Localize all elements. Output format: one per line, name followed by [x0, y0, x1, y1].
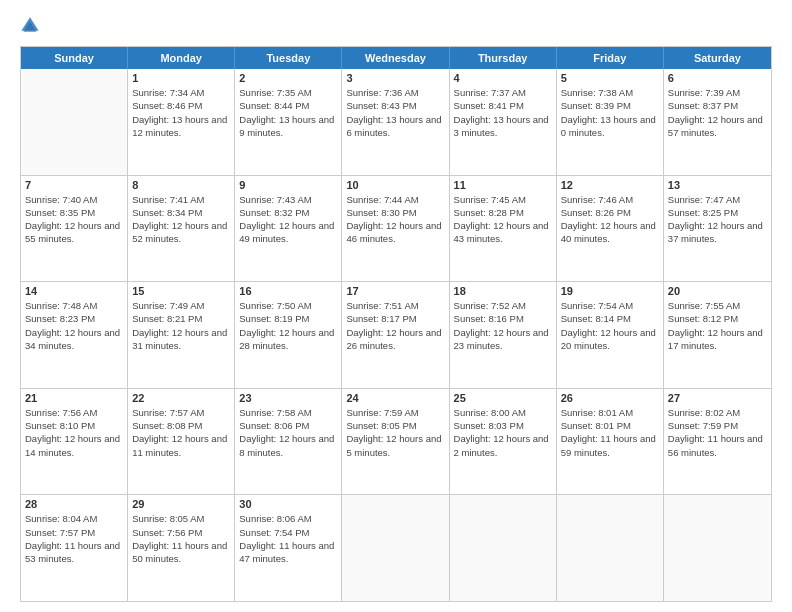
daylight-text: Daylight: 13 hours and 3 minutes.: [454, 114, 549, 138]
sunset-text: Sunset: 8:03 PM: [454, 420, 524, 431]
day-cell-22: 22Sunrise: 7:57 AMSunset: 8:08 PMDayligh…: [128, 389, 235, 495]
sunrise-text: Sunrise: 7:51 AM: [346, 300, 418, 311]
sunrise-text: Sunrise: 7:54 AM: [561, 300, 633, 311]
sunrise-text: Sunrise: 7:58 AM: [239, 407, 311, 418]
header-day-tuesday: Tuesday: [235, 47, 342, 69]
day-info: Sunrise: 7:45 AMSunset: 8:28 PMDaylight:…: [454, 193, 552, 246]
sunrise-text: Sunrise: 7:52 AM: [454, 300, 526, 311]
day-info: Sunrise: 7:52 AMSunset: 8:16 PMDaylight:…: [454, 299, 552, 352]
sunset-text: Sunset: 8:41 PM: [454, 100, 524, 111]
sunrise-text: Sunrise: 7:35 AM: [239, 87, 311, 98]
day-cell-16: 16Sunrise: 7:50 AMSunset: 8:19 PMDayligh…: [235, 282, 342, 388]
sunrise-text: Sunrise: 8:01 AM: [561, 407, 633, 418]
day-info: Sunrise: 7:34 AMSunset: 8:46 PMDaylight:…: [132, 86, 230, 139]
sunset-text: Sunset: 8:23 PM: [25, 313, 95, 324]
day-cell-5: 5Sunrise: 7:38 AMSunset: 8:39 PMDaylight…: [557, 69, 664, 175]
calendar-row-0: 1Sunrise: 7:34 AMSunset: 8:46 PMDaylight…: [21, 69, 771, 175]
day-number: 20: [668, 285, 767, 297]
daylight-text: Daylight: 12 hours and 28 minutes.: [239, 327, 334, 351]
header-day-wednesday: Wednesday: [342, 47, 449, 69]
day-number: 11: [454, 179, 552, 191]
day-cell-empty: [664, 495, 771, 601]
day-info: Sunrise: 8:02 AMSunset: 7:59 PMDaylight:…: [668, 406, 767, 459]
daylight-text: Daylight: 12 hours and 2 minutes.: [454, 433, 549, 457]
sunrise-text: Sunrise: 7:55 AM: [668, 300, 740, 311]
header-day-monday: Monday: [128, 47, 235, 69]
daylight-text: Daylight: 11 hours and 59 minutes.: [561, 433, 656, 457]
day-info: Sunrise: 7:39 AMSunset: 8:37 PMDaylight:…: [668, 86, 767, 139]
day-info: Sunrise: 7:40 AMSunset: 8:35 PMDaylight:…: [25, 193, 123, 246]
day-number: 22: [132, 392, 230, 404]
sunset-text: Sunset: 8:30 PM: [346, 207, 416, 218]
sunrise-text: Sunrise: 8:04 AM: [25, 513, 97, 524]
day-cell-14: 14Sunrise: 7:48 AMSunset: 8:23 PMDayligh…: [21, 282, 128, 388]
day-cell-6: 6Sunrise: 7:39 AMSunset: 8:37 PMDaylight…: [664, 69, 771, 175]
sunset-text: Sunset: 8:01 PM: [561, 420, 631, 431]
day-info: Sunrise: 7:37 AMSunset: 8:41 PMDaylight:…: [454, 86, 552, 139]
daylight-text: Daylight: 12 hours and 11 minutes.: [132, 433, 227, 457]
daylight-text: Daylight: 11 hours and 53 minutes.: [25, 540, 120, 564]
sunrise-text: Sunrise: 7:39 AM: [668, 87, 740, 98]
daylight-text: Daylight: 11 hours and 50 minutes.: [132, 540, 227, 564]
day-cell-27: 27Sunrise: 8:02 AMSunset: 7:59 PMDayligh…: [664, 389, 771, 495]
day-cell-empty: [557, 495, 664, 601]
sunset-text: Sunset: 8:25 PM: [668, 207, 738, 218]
day-number: 8: [132, 179, 230, 191]
sunset-text: Sunset: 8:37 PM: [668, 100, 738, 111]
logo-icon: [20, 16, 40, 36]
sunrise-text: Sunrise: 7:49 AM: [132, 300, 204, 311]
day-number: 24: [346, 392, 444, 404]
daylight-text: Daylight: 12 hours and 49 minutes.: [239, 220, 334, 244]
day-info: Sunrise: 7:50 AMSunset: 8:19 PMDaylight:…: [239, 299, 337, 352]
day-cell-18: 18Sunrise: 7:52 AMSunset: 8:16 PMDayligh…: [450, 282, 557, 388]
daylight-text: Daylight: 13 hours and 9 minutes.: [239, 114, 334, 138]
day-number: 30: [239, 498, 337, 510]
day-number: 5: [561, 72, 659, 84]
sunset-text: Sunset: 8:08 PM: [132, 420, 202, 431]
day-cell-13: 13Sunrise: 7:47 AMSunset: 8:25 PMDayligh…: [664, 176, 771, 282]
day-number: 3: [346, 72, 444, 84]
daylight-text: Daylight: 13 hours and 12 minutes.: [132, 114, 227, 138]
day-cell-26: 26Sunrise: 8:01 AMSunset: 8:01 PMDayligh…: [557, 389, 664, 495]
day-info: Sunrise: 8:05 AMSunset: 7:56 PMDaylight:…: [132, 512, 230, 565]
day-cell-3: 3Sunrise: 7:36 AMSunset: 8:43 PMDaylight…: [342, 69, 449, 175]
sunset-text: Sunset: 8:39 PM: [561, 100, 631, 111]
day-info: Sunrise: 7:51 AMSunset: 8:17 PMDaylight:…: [346, 299, 444, 352]
logo: [20, 16, 44, 38]
sunset-text: Sunset: 8:46 PM: [132, 100, 202, 111]
sunrise-text: Sunrise: 7:43 AM: [239, 194, 311, 205]
day-info: Sunrise: 7:57 AMSunset: 8:08 PMDaylight:…: [132, 406, 230, 459]
sunset-text: Sunset: 8:05 PM: [346, 420, 416, 431]
day-number: 26: [561, 392, 659, 404]
calendar-header: SundayMondayTuesdayWednesdayThursdayFrid…: [21, 47, 771, 69]
day-number: 17: [346, 285, 444, 297]
sunset-text: Sunset: 8:43 PM: [346, 100, 416, 111]
day-info: Sunrise: 7:44 AMSunset: 8:30 PMDaylight:…: [346, 193, 444, 246]
sunrise-text: Sunrise: 7:36 AM: [346, 87, 418, 98]
day-info: Sunrise: 7:35 AMSunset: 8:44 PMDaylight:…: [239, 86, 337, 139]
sunrise-text: Sunrise: 7:57 AM: [132, 407, 204, 418]
daylight-text: Daylight: 11 hours and 47 minutes.: [239, 540, 334, 564]
day-number: 15: [132, 285, 230, 297]
calendar-body: 1Sunrise: 7:34 AMSunset: 8:46 PMDaylight…: [21, 69, 771, 601]
daylight-text: Daylight: 12 hours and 40 minutes.: [561, 220, 656, 244]
sunrise-text: Sunrise: 7:41 AM: [132, 194, 204, 205]
daylight-text: Daylight: 12 hours and 52 minutes.: [132, 220, 227, 244]
sunrise-text: Sunrise: 7:47 AM: [668, 194, 740, 205]
day-cell-9: 9Sunrise: 7:43 AMSunset: 8:32 PMDaylight…: [235, 176, 342, 282]
day-cell-24: 24Sunrise: 7:59 AMSunset: 8:05 PMDayligh…: [342, 389, 449, 495]
sunrise-text: Sunrise: 7:46 AM: [561, 194, 633, 205]
sunrise-text: Sunrise: 7:40 AM: [25, 194, 97, 205]
day-cell-4: 4Sunrise: 7:37 AMSunset: 8:41 PMDaylight…: [450, 69, 557, 175]
daylight-text: Daylight: 12 hours and 31 minutes.: [132, 327, 227, 351]
sunset-text: Sunset: 8:14 PM: [561, 313, 631, 324]
day-number: 10: [346, 179, 444, 191]
day-cell-2: 2Sunrise: 7:35 AMSunset: 8:44 PMDaylight…: [235, 69, 342, 175]
sunrise-text: Sunrise: 7:37 AM: [454, 87, 526, 98]
day-number: 1: [132, 72, 230, 84]
daylight-text: Daylight: 12 hours and 14 minutes.: [25, 433, 120, 457]
daylight-text: Daylight: 11 hours and 56 minutes.: [668, 433, 763, 457]
day-number: 28: [25, 498, 123, 510]
sunrise-text: Sunrise: 7:56 AM: [25, 407, 97, 418]
day-info: Sunrise: 7:41 AMSunset: 8:34 PMDaylight:…: [132, 193, 230, 246]
